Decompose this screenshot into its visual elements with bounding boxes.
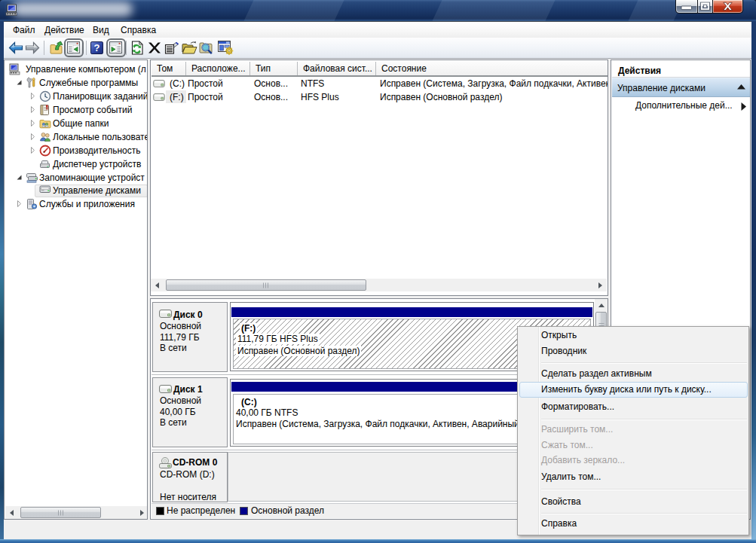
- svg-text:?: ?: [94, 42, 100, 53]
